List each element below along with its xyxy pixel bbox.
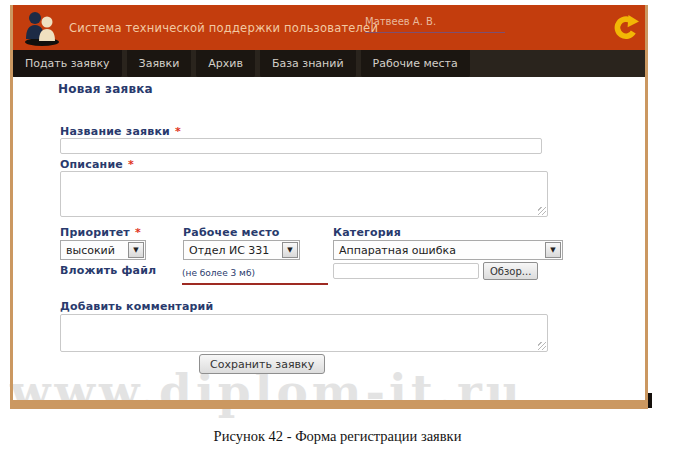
app-header: Система технической поддержки пользовате… bbox=[13, 5, 645, 50]
comment-field-label: Добавить комментарий bbox=[60, 300, 213, 313]
corner-cursor-mark bbox=[648, 393, 652, 408]
category-select-value: Аппаратная ошибка bbox=[334, 241, 544, 259]
description-field-label: Описание* bbox=[60, 158, 134, 171]
title-input[interactable] bbox=[60, 138, 542, 154]
figure-screenshot: www.diplom-it.ru Система технической под… bbox=[0, 0, 675, 460]
resize-grip-icon[interactable] bbox=[538, 207, 546, 215]
comment-textarea[interactable] bbox=[60, 314, 548, 352]
workplace-select[interactable]: Отдел ИС 331 ▼ bbox=[183, 240, 300, 260]
required-marker: * bbox=[128, 158, 134, 171]
label-text: Описание bbox=[60, 158, 123, 171]
attach-file-hint: (не более 3 мб) bbox=[182, 261, 328, 285]
workplace-field-label: Рабочее место bbox=[183, 226, 280, 239]
current-user-link[interactable]: Матвеев А. В. bbox=[365, 16, 505, 33]
dropdown-arrow-icon[interactable]: ▼ bbox=[545, 242, 561, 258]
browse-button[interactable]: Обзор... bbox=[483, 262, 538, 280]
tab-archive[interactable]: Архив bbox=[196, 50, 255, 77]
main-navigation: Подать заявку Заявки Архив База знаний Р… bbox=[13, 50, 645, 77]
label-text: Приоритет bbox=[60, 226, 130, 239]
hint-text: (не более 3 мб) bbox=[182, 268, 255, 278]
logout-arrow-icon[interactable] bbox=[613, 15, 639, 41]
tab-submit-request[interactable]: Подать заявку bbox=[13, 50, 122, 77]
tab-label: Подать заявку bbox=[25, 57, 110, 70]
two-users-icon bbox=[21, 9, 63, 47]
tab-label: База знаний bbox=[272, 57, 344, 70]
required-marker: * bbox=[135, 226, 141, 239]
resize-grip-icon[interactable] bbox=[538, 342, 546, 350]
category-select[interactable]: Аппаратная ошибка ▼ bbox=[333, 240, 563, 260]
title-field-label: Название заявки* bbox=[60, 125, 181, 138]
tab-label: Рабочие места bbox=[373, 57, 458, 70]
priority-field-label: Приоритет* bbox=[60, 226, 141, 239]
file-path-input[interactable] bbox=[333, 263, 479, 279]
dropdown-arrow-icon[interactable]: ▼ bbox=[282, 242, 298, 258]
required-marker: * bbox=[175, 125, 181, 138]
tab-requests[interactable]: Заявки bbox=[127, 50, 192, 77]
dropdown-arrow-icon[interactable]: ▼ bbox=[128, 242, 144, 258]
workplace-select-value: Отдел ИС 331 bbox=[184, 241, 281, 259]
figure-caption: Рисунок 42 - Форма регистрации заявки bbox=[0, 428, 675, 445]
priority-select-value: высокий bbox=[61, 241, 127, 259]
page-title: Новая заявка bbox=[58, 82, 153, 96]
description-textarea[interactable] bbox=[60, 171, 548, 217]
tab-workplaces[interactable]: Рабочие места bbox=[361, 50, 470, 77]
attach-file-label: Вложить файл bbox=[60, 264, 156, 277]
label-text: Название заявки bbox=[60, 125, 170, 138]
priority-select[interactable]: высокий ▼ bbox=[60, 240, 146, 260]
category-field-label: Категория bbox=[333, 226, 401, 239]
tab-label: Заявки bbox=[139, 57, 180, 70]
tab-label: Архив bbox=[208, 57, 243, 70]
tab-knowledge-base[interactable]: База знаний bbox=[260, 50, 356, 77]
save-request-button[interactable]: Сохранить заявку bbox=[199, 354, 325, 374]
app-title: Система технической поддержки пользовате… bbox=[69, 21, 378, 35]
